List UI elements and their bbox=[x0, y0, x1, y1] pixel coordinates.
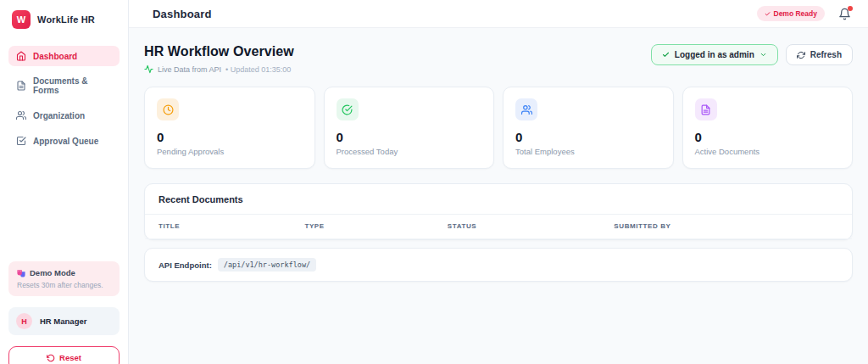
stat-value: 0 bbox=[157, 130, 303, 144]
people-icon bbox=[515, 98, 537, 120]
document-icon bbox=[16, 81, 26, 91]
check-square-icon bbox=[16, 136, 26, 146]
sidebar-nav: Dashboard Documents & Forms Organization… bbox=[8, 46, 120, 151]
home-icon bbox=[16, 51, 26, 61]
sidebar-item-approval-queue[interactable]: Approval Queue bbox=[8, 131, 120, 151]
api-endpoint-label: API Endpoint: bbox=[159, 260, 212, 270]
stat-label: Pending Approvals bbox=[157, 147, 303, 156]
recent-documents-title: Recent Documents bbox=[145, 184, 852, 215]
reset-button[interactable]: Reset bbox=[8, 346, 120, 364]
sidebar-item-documents-forms[interactable]: Documents & Forms bbox=[8, 71, 120, 100]
sidebar-item-label: Organization bbox=[33, 111, 85, 120]
stat-label: Total Employees bbox=[515, 147, 661, 156]
stat-value: 0 bbox=[515, 130, 661, 144]
column-header-title: Title bbox=[159, 222, 304, 230]
refresh-button[interactable]: Refresh bbox=[786, 44, 853, 65]
chevron-down-icon bbox=[760, 51, 767, 59]
page-title: Dashboard bbox=[153, 8, 212, 20]
stat-value: 0 bbox=[337, 130, 482, 144]
admin-button-label: Logged in as admin bbox=[675, 50, 754, 59]
notification-dot bbox=[848, 6, 853, 11]
section-heading: HR Workflow Overview bbox=[144, 44, 294, 59]
sidebar-item-label: Documents & Forms bbox=[33, 76, 112, 95]
check-icon bbox=[662, 51, 670, 59]
brand-logo-icon: W bbox=[12, 10, 31, 29]
reset-icon bbox=[47, 354, 55, 362]
logged-in-as-admin-button[interactable]: Logged in as admin bbox=[651, 44, 778, 65]
stats-grid: 0 Pending Approvals 0 Processed Today 0 … bbox=[144, 87, 853, 169]
sidebar-item-label: Dashboard bbox=[33, 52, 77, 61]
sidebar-item-dashboard[interactable]: Dashboard bbox=[8, 46, 120, 66]
demo-ready-badge: Demo Ready bbox=[757, 6, 826, 21]
sidebar-item-organization[interactable]: Organization bbox=[8, 105, 120, 126]
user-card[interactable]: H HR Manager bbox=[8, 307, 120, 335]
stat-label: Active Documents bbox=[695, 147, 841, 156]
updated-timestamp: • Updated 01:35:00 bbox=[225, 65, 291, 74]
topbar: Dashboard Demo Ready bbox=[129, 0, 868, 28]
table-header-row: Title Type Status Submitted By bbox=[145, 215, 852, 239]
theater-masks-icon bbox=[17, 269, 25, 277]
sidebar: W WorkLife HR Dashboard Documents & Form… bbox=[0, 0, 129, 364]
demo-ready-label: Demo Ready bbox=[774, 9, 818, 18]
reset-label: Reset bbox=[59, 353, 81, 362]
main-content: HR Workflow Overview Live Data from API … bbox=[129, 28, 868, 364]
avatar: H bbox=[16, 313, 32, 329]
stat-value: 0 bbox=[695, 130, 841, 144]
brand-logo: W WorkLife HR bbox=[8, 8, 120, 29]
brand-name: WorkLife HR bbox=[37, 14, 95, 25]
column-header-status: Status bbox=[448, 222, 614, 230]
check-circle-icon bbox=[337, 98, 359, 120]
notifications-button[interactable] bbox=[838, 8, 851, 20]
refresh-icon bbox=[797, 51, 805, 59]
stat-card-pending-approvals: 0 Pending Approvals bbox=[144, 87, 315, 169]
live-data-label: Live Data from API bbox=[158, 65, 221, 74]
check-icon bbox=[765, 11, 771, 17]
user-name: HR Manager bbox=[40, 316, 86, 326]
sidebar-footer: Demo Mode Resets 30m after changes. H HR… bbox=[8, 261, 120, 364]
demo-mode-title: Demo Mode bbox=[30, 268, 75, 277]
people-icon bbox=[16, 110, 26, 120]
demo-mode-card: Demo Mode Resets 30m after changes. bbox=[8, 261, 120, 296]
column-header-submitted-by: Submitted By bbox=[614, 222, 838, 230]
stat-card-total-employees: 0 Total Employees bbox=[503, 87, 674, 169]
recent-documents-panel: Recent Documents Title Type Status Submi… bbox=[144, 183, 853, 240]
stat-label: Processed Today bbox=[337, 147, 482, 156]
stat-card-processed-today: 0 Processed Today bbox=[324, 87, 495, 169]
refresh-button-label: Refresh bbox=[810, 50, 842, 59]
stat-card-active-documents: 0 Active Documents bbox=[682, 87, 854, 169]
demo-mode-subtitle: Resets 30m after changes. bbox=[17, 281, 111, 289]
clock-icon bbox=[157, 98, 179, 120]
sidebar-item-label: Approval Queue bbox=[33, 137, 98, 146]
activity-icon bbox=[144, 64, 153, 74]
column-header-type: Type bbox=[304, 222, 447, 230]
api-endpoint-panel: API Endpoint: /api/v1/hr-workflow/ bbox=[144, 248, 853, 282]
document-icon bbox=[695, 98, 717, 120]
api-endpoint-value: /api/v1/hr-workflow/ bbox=[218, 258, 316, 272]
